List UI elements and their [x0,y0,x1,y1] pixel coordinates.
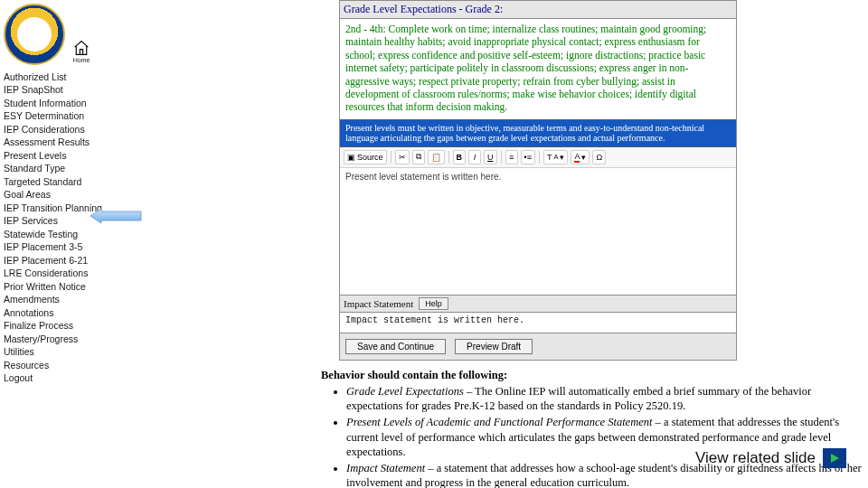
sidebar-item-assessment-results[interactable]: Assessment Results [4,136,122,148]
font-size-button[interactable]: TA▾ [543,150,569,164]
app-panel: Grade Level Expectations - Grade 2: 2nd … [339,0,737,361]
sidebar-item-iep-placement-3-5[interactable]: IEP Placement 3-5 [4,241,122,253]
bullet-gle: Grade Level Expectations – The Online IE… [346,384,863,414]
separator-icon [448,151,449,164]
home-label: Home [73,57,90,63]
help-button[interactable]: Help [419,297,448,310]
arrow-left-icon [89,209,143,223]
behavior-lead: Behavior should contain the following: [321,368,863,382]
sidebar-item-present-levels[interactable]: Present Levels [4,149,122,161]
sidebar-item-esy-determination[interactable]: ESY Determination [4,110,122,122]
separator-icon [501,151,502,164]
term-pl: Present Levels of Academic and Functiona… [346,416,652,428]
sidebar-item-statewide-testing[interactable]: Statewide Testing [4,228,122,239]
button-row: Save and Continue Preview Draft [340,333,736,360]
sidebar-item-standard-type[interactable]: Standard Type [4,163,122,174]
view-related-slide-link[interactable]: View related slide [695,448,846,468]
home-icon [72,40,90,56]
present-level-editor[interactable]: Present level statement is written here. [340,168,736,295]
sidebar-item-goal-areas[interactable]: Goal Areas [4,189,122,201]
sidebar-item-resources[interactable]: Resources [4,359,122,371]
gle-header: Grade Level Expectations - Grade 2: [340,1,736,19]
main: Grade Level Expectations - Grade 2: 2nd … [122,0,868,488]
underline-button[interactable]: U [484,150,497,164]
source-label: Source [357,153,383,162]
editor-toolbar: ▣ Source ✂ ⧉ 📋 B I U ≡ •≡ TA▾ A▾ Ω [340,147,736,168]
separator-icon [391,151,392,164]
instruction-bar: Present levels must be written in object… [340,119,736,147]
sidebar-item-iep-placement-6-21[interactable]: IEP Placement 6-21 [4,254,122,266]
bold-button[interactable]: B [453,150,467,164]
sidebar-item-iep-snapshot[interactable]: IEP SnapShot [4,84,122,96]
sidebar: Home Authorized List IEP SnapShot Studen… [0,0,122,488]
home-button[interactable]: Home [72,40,90,63]
save-continue-button[interactable]: Save and Continue [345,339,446,354]
footer-link-label: View related slide [695,449,816,467]
sidebar-item-prior-written-notice[interactable]: Prior Written Notice [4,280,122,292]
term-impact: Impact Statement [346,462,425,474]
cut-button[interactable]: ✂ [395,150,410,164]
sidebar-item-logout[interactable]: Logout [4,372,122,384]
sidebar-item-utilities[interactable]: Utilities [4,346,122,358]
nav: Authorized List IEP SnapShot Student Inf… [4,70,122,384]
sidebar-item-mastery-progress[interactable]: Mastery/Progress [4,333,122,344]
wv-doe-seal-icon [4,4,65,65]
behavior-description: Behavior should contain the following: G… [321,368,863,488]
impact-label: Impact Statement [344,298,413,309]
logo-row: Home [4,4,122,65]
separator-icon [539,151,540,164]
impact-header: Impact Statement Help [340,295,736,313]
ordered-list-button[interactable]: ≡ [505,150,518,164]
sidebar-item-authorized-list[interactable]: Authorized List [4,70,122,82]
sidebar-item-student-information[interactable]: Student Information [4,97,122,108]
play-icon [823,448,846,468]
impact-editor[interactable]: Impact statement is written here. [340,313,736,333]
sidebar-item-lre-considerations[interactable]: LRE Considerations [4,267,122,279]
source-button[interactable]: ▣ Source [344,150,387,164]
copy-button[interactable]: ⧉ [412,150,425,164]
sidebar-item-annotations[interactable]: Annotations [4,306,122,318]
text-color-button[interactable]: A▾ [571,150,590,164]
sidebar-item-iep-considerations[interactable]: IEP Considerations [4,123,122,135]
special-char-button[interactable]: Ω [592,150,606,164]
sidebar-item-amendments[interactable]: Amendments [4,294,122,305]
sidebar-item-finalize-process[interactable]: Finalize Process [4,320,122,332]
sidebar-item-targeted-standard[interactable]: Targeted Standard [4,175,122,187]
term-gle: Grade Level Expectations [346,385,464,398]
italic-button[interactable]: I [468,150,481,164]
gle-text: 2nd - 4th: Complete work on time; intern… [340,19,736,119]
unordered-list-button[interactable]: •≡ [521,150,535,164]
paste-button[interactable]: 📋 [428,150,445,164]
preview-draft-button[interactable]: Preview Draft [455,339,533,354]
